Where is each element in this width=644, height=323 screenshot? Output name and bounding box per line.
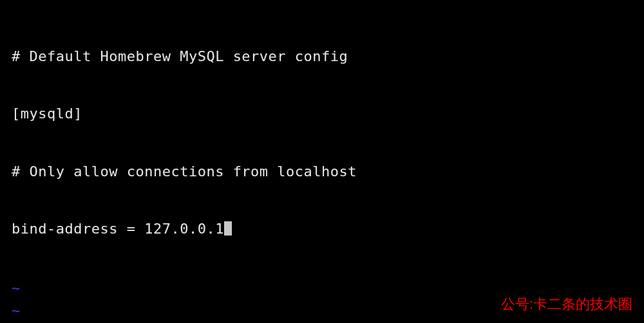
watermark-text: 公号:卡二条的技术圈 [501, 295, 632, 314]
text-cursor [224, 221, 232, 235]
config-line-section: [mysqld] [12, 104, 632, 124]
config-line-setting: bind-address = 127.0.0.1 [12, 219, 632, 239]
vim-editor-viewport[interactable]: # Default Homebrew MySQL server config [… [12, 9, 632, 323]
config-line-comment: # Only allow connections from localhost [12, 162, 632, 181]
config-line-comment: # Default Homebrew MySQL server config [12, 47, 632, 66]
